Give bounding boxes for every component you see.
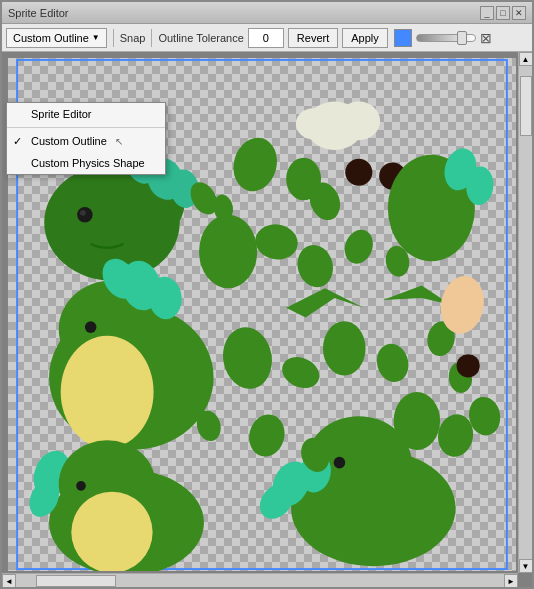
separator-2	[151, 29, 152, 47]
svg-point-10	[80, 210, 86, 216]
menu-item-sprite-editor-label: Sprite Editor	[31, 108, 92, 120]
canvas-area: Sprite Editor Custom Outline ↖ Custom Ph…	[2, 52, 532, 587]
color-swatch[interactable]	[394, 29, 412, 47]
edge-icon: ⊠	[480, 30, 492, 46]
revert-button[interactable]: Revert	[288, 28, 338, 48]
svg-point-35	[293, 241, 338, 291]
separator-1	[113, 29, 114, 47]
scroll-track-vertical[interactable]	[519, 66, 532, 559]
toolbar: Custom Outline ▼ Snap Outline Tolerance …	[2, 24, 532, 52]
svg-marker-39	[383, 285, 451, 304]
opacity-slider[interactable]	[416, 34, 476, 42]
close-button[interactable]: ✕	[512, 6, 526, 20]
svg-point-40	[218, 323, 276, 392]
horizontal-scrollbar-row: ◄ ►	[2, 573, 518, 587]
svg-point-60	[244, 410, 289, 460]
scroll-thumb-vertical[interactable]	[520, 76, 532, 136]
vertical-scrollbar[interactable]: ▲ ▼	[518, 52, 532, 573]
apply-button[interactable]: Apply	[342, 28, 388, 48]
window-title: Sprite Editor	[8, 7, 69, 19]
scroll-right-button[interactable]: ►	[504, 574, 518, 587]
menu-item-custom-physics[interactable]: Custom Physics Shape	[7, 152, 165, 174]
svg-point-16	[61, 336, 154, 448]
scroll-left-button[interactable]: ◄	[2, 574, 16, 587]
menu-item-sprite-editor[interactable]: Sprite Editor	[7, 103, 165, 125]
svg-point-29	[334, 457, 346, 469]
mode-dropdown-label: Custom Outline	[13, 32, 89, 44]
title-bar-controls: _ □ ✕	[480, 6, 526, 20]
scroll-thumb-horizontal[interactable]	[36, 575, 116, 587]
cursor-indicator: ↖	[115, 136, 123, 147]
minimize-button[interactable]: _	[480, 6, 494, 20]
svg-point-41	[277, 351, 324, 394]
svg-point-2	[337, 102, 380, 141]
menu-item-custom-outline[interactable]: Custom Outline ↖	[7, 130, 165, 152]
svg-point-3	[296, 108, 331, 139]
tolerance-label: Outline Tolerance	[158, 32, 243, 44]
menu-item-custom-physics-label: Custom Physics Shape	[31, 157, 145, 169]
svg-marker-38	[286, 288, 363, 317]
title-bar-left: Sprite Editor	[8, 7, 69, 19]
slider-thumb	[457, 31, 467, 45]
svg-point-33	[199, 215, 257, 289]
scroll-up-button[interactable]: ▲	[519, 52, 533, 66]
svg-point-48	[457, 354, 480, 377]
sprite-editor-window: Sprite Editor _ □ ✕ Custom Outline ▼ Sna…	[0, 0, 534, 589]
dropdown-arrow-icon: ▼	[92, 33, 100, 42]
menu-item-custom-outline-label: Custom Outline	[31, 135, 107, 147]
svg-point-43	[373, 340, 413, 385]
svg-point-23	[76, 481, 86, 491]
scroll-down-button[interactable]: ▼	[519, 559, 533, 573]
snap-label: Snap	[120, 32, 146, 44]
restore-button[interactable]: □	[496, 6, 510, 20]
mode-dropdown[interactable]: Custom Outline ▼	[6, 28, 107, 48]
svg-point-30	[228, 133, 283, 196]
svg-point-21	[71, 492, 152, 571]
svg-point-36	[340, 226, 377, 268]
svg-point-42	[323, 321, 366, 375]
menu-separator	[7, 127, 165, 128]
scroll-track-horizontal[interactable]	[16, 574, 504, 587]
main-area: Sprite Editor Custom Outline ↖ Custom Ph…	[2, 52, 532, 587]
svg-point-17	[85, 321, 97, 333]
title-bar: Sprite Editor _ □ ✕	[2, 2, 532, 24]
svg-point-46	[345, 159, 372, 186]
svg-point-57	[394, 392, 440, 450]
dropdown-menu: Sprite Editor Custom Outline ↖ Custom Ph…	[6, 102, 166, 175]
svg-point-34	[253, 221, 301, 263]
tolerance-input[interactable]	[248, 28, 284, 48]
